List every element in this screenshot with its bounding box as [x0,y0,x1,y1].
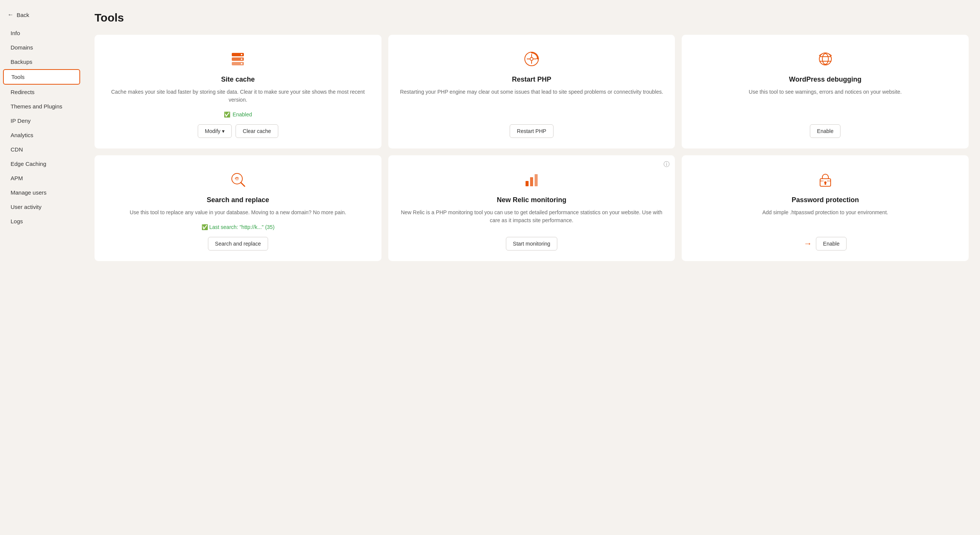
chevron-down-icon: ▾ [222,128,224,134]
card-status-search-replace: ✅ Last search: "http://k..." (35) [202,224,275,230]
back-label: Back [17,12,29,18]
card-restart-php: Restart PHPRestarting your PHP engine ma… [388,35,675,149]
card-site-cache: Site cacheCache makes your site load fas… [94,35,382,149]
password-protection-icon [815,169,836,190]
sidebar: ← Back InfoDomainsBackupsToolsRedirectsT… [0,0,83,535]
svg-rect-19 [530,177,533,186]
restart-php-button[interactable]: Restart PHP [510,124,554,138]
page-title: Tools [94,11,969,24]
card-desc-wp-debugging: Use this tool to see warnings, errors an… [749,88,902,96]
sidebar-item-user-activity[interactable]: User activity [3,200,80,214]
sidebar-item-logs[interactable]: Logs [3,214,80,228]
card-title-new-relic: New Relic monitoring [497,196,566,204]
checkmark-icon: ✅ [224,111,230,117]
card-desc-new-relic: New Relic is a PHP monitoring tool you c… [399,208,665,224]
main-content: Tools Site cacheCache makes your site lo… [83,0,980,535]
card-actions-password-protection: → Enable [804,237,847,251]
svg-point-4 [241,59,242,60]
site-cache-icon [227,48,248,70]
svg-line-16 [241,183,245,186]
sidebar-item-cdn[interactable]: CDN [3,143,80,156]
back-arrow-icon: ← [8,11,14,18]
enable-wp-button[interactable]: Enable [810,124,841,138]
sidebar-item-redirects[interactable]: Redirects [3,85,80,99]
enable-password-button[interactable]: Enable [816,237,847,251]
new-relic-icon [521,169,542,190]
search-replace-icon [227,169,248,190]
svg-rect-18 [525,181,528,186]
restart-php-icon [521,48,542,70]
card-title-restart-php: Restart PHP [512,76,551,84]
sidebar-item-themes-plugins[interactable]: Themes and Plugins [3,99,80,113]
arrow-right-icon: → [804,239,812,249]
card-actions-new-relic: Start monitoring [506,237,558,251]
sidebar-item-ip-deny[interactable]: IP Deny [3,114,80,128]
card-new-relic: ⓘ New Relic monitoringNew Relic is a PHP… [388,155,675,261]
card-actions-restart-php: Restart PHP [510,124,554,138]
sidebar-item-manage-users[interactable]: Manage users [3,186,80,200]
card-wp-debugging: WordPress debuggingUse this tool to see … [682,35,969,149]
card-title-password-protection: Password protection [792,196,859,204]
sidebar-item-domains[interactable]: Domains [3,40,80,54]
info-icon[interactable]: ⓘ [663,160,670,168]
sidebar-item-info[interactable]: Info [3,26,80,40]
sidebar-nav: InfoDomainsBackupsToolsRedirectsThemes a… [0,26,83,229]
card-actions-search-replace: Search and replace [208,237,268,251]
card-title-site-cache: Site cache [221,76,255,84]
wp-debugging-icon [815,48,836,70]
card-status-site-cache: ✅ Enabled [224,111,252,117]
svg-point-7 [530,57,533,60]
card-search-replace: Search and replaceUse this tool to repla… [94,155,382,261]
sidebar-item-analytics[interactable]: Analytics [3,128,80,142]
modify-button[interactable]: Modify ▾ [198,124,232,138]
back-button[interactable]: ← Back [0,8,83,26]
card-desc-restart-php: Restarting your PHP engine may clear out… [400,88,663,96]
svg-rect-23 [825,183,826,185]
sidebar-item-tools[interactable]: Tools [3,69,80,85]
card-desc-search-replace: Use this tool to replace any value in yo… [130,208,346,216]
search-and-replace-button[interactable]: Search and replace [208,237,268,251]
svg-point-3 [241,54,242,56]
card-password-protection: Password protectionAdd simple .htpasswd … [682,155,969,261]
sidebar-item-apm[interactable]: APM [3,171,80,185]
card-desc-site-cache: Cache makes your site load faster by sto… [105,88,371,104]
checkmark-icon: ✅ [202,224,208,230]
card-actions-wp-debugging: Enable [810,124,841,138]
svg-rect-20 [535,174,538,186]
svg-point-5 [241,63,242,65]
start-monitoring-button[interactable]: Start monitoring [506,237,558,251]
card-desc-password-protection: Add simple .htpasswd protection to your … [762,208,888,216]
sidebar-item-backups[interactable]: Backups [3,55,80,69]
sidebar-item-edge-caching[interactable]: Edge Caching [3,157,80,171]
card-title-search-replace: Search and replace [207,196,269,204]
svg-marker-8 [536,57,539,59]
clear-cache-button[interactable]: Clear cache [235,124,278,138]
tools-grid: Site cacheCache makes your site load fas… [94,35,969,261]
card-actions-site-cache: Modify ▾ Clear cache [198,124,278,138]
card-title-wp-debugging: WordPress debugging [789,76,862,84]
svg-point-10 [822,54,828,64]
enable-with-arrow-password-protection: → Enable [804,237,847,251]
